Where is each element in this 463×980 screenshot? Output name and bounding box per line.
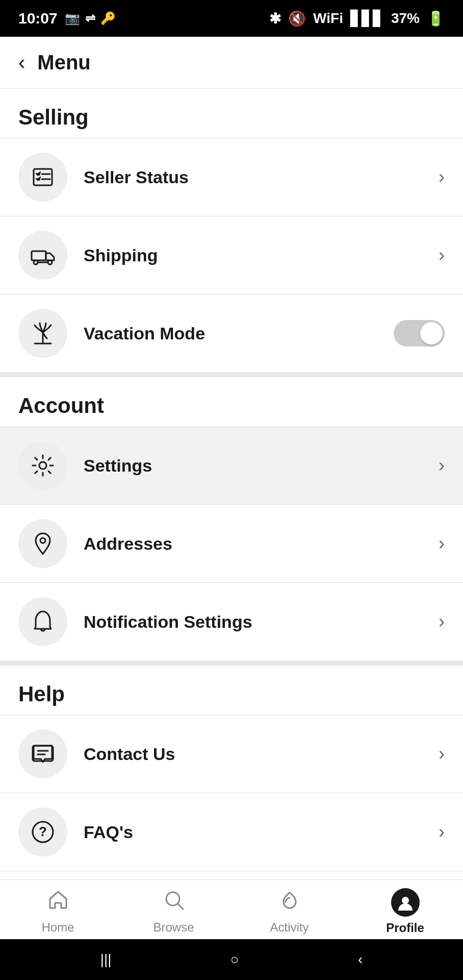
svg-line-19 — [178, 904, 183, 909]
seller-status-icon-wrap — [18, 153, 67, 202]
battery-icon: 🔋 — [427, 10, 445, 27]
android-nav-bar: ||| ○ ‹ — [0, 939, 463, 980]
menu-item-contact-us[interactable]: Contact Us › — [0, 715, 463, 793]
menu-item-shipping[interactable]: Shipping › — [0, 216, 463, 294]
profile-label: Profile — [386, 921, 424, 935]
section-divider-account — [0, 372, 463, 377]
toggle-knob — [420, 322, 443, 345]
faqs-label: FAQ's — [84, 822, 439, 842]
seller-status-label: Seller Status — [84, 167, 439, 187]
svg-point-7 — [48, 260, 52, 264]
contact-us-icon-wrap — [18, 729, 67, 778]
faqs-chevron: › — [439, 821, 445, 843]
svg-point-12 — [40, 538, 45, 543]
section-account-label: Account — [0, 377, 463, 426]
status-right: ✱ 🔇 WiFi ▋▋▋ 37% 🔋 — [269, 10, 445, 27]
status-time: 10:07 — [18, 10, 58, 27]
vacation-mode-label: Vacation Mode — [84, 324, 394, 344]
nav-item-browse[interactable]: Browse — [116, 889, 232, 935]
bottom-nav: Home Browse Activity — [0, 879, 463, 980]
page-title: Menu — [37, 51, 90, 74]
menu-item-seller-status[interactable]: Seller Status › — [0, 138, 463, 216]
shipping-chevron: › — [439, 244, 445, 266]
signal-icon: ▋▋▋ — [350, 10, 384, 27]
nav-item-profile[interactable]: Profile — [347, 888, 463, 935]
status-bar: 10:07 📷 ⇌ 🔑 ✱ 🔇 WiFi ▋▋▋ 37% 🔋 — [0, 0, 463, 37]
status-left: 10:07 📷 ⇌ 🔑 — [18, 10, 116, 27]
settings-chevron: › — [439, 455, 445, 476]
header: ‹ Menu — [0, 37, 463, 89]
addresses-chevron: › — [439, 533, 445, 554]
svg-text:?: ? — [39, 824, 47, 839]
contact-us-label: Contact Us — [84, 744, 439, 764]
home-label: Home — [41, 920, 74, 935]
camera-icon: 📷 — [65, 11, 80, 26]
key-icon: 🔑 — [100, 11, 116, 26]
nav-items: Home Browse Activity — [0, 880, 463, 939]
battery-text: 37% — [391, 10, 420, 27]
shipping-icon — [31, 243, 55, 267]
activity-icon — [278, 889, 301, 916]
menu-item-settings[interactable]: Settings › — [0, 427, 463, 504]
section-divider-help — [0, 660, 463, 666]
notification-settings-chevron: › — [439, 611, 445, 632]
contact-us-icon — [31, 742, 55, 766]
svg-rect-5 — [32, 251, 46, 260]
android-home-btn[interactable]: ○ — [230, 951, 239, 968]
bluetooth-icon: ✱ — [269, 10, 281, 27]
settings-icon-wrap — [18, 441, 67, 490]
vacation-mode-toggle[interactable] — [394, 320, 445, 347]
vacation-mode-icon — [31, 321, 55, 346]
section-help-label: Help — [0, 666, 463, 715]
back-button[interactable]: ‹ — [18, 51, 25, 74]
shipping-label: Shipping — [84, 246, 439, 265]
svg-point-11 — [39, 462, 46, 469]
addresses-label: Addresses — [84, 534, 439, 554]
status-icons: 📷 ⇌ 🔑 — [65, 11, 116, 26]
seller-status-chevron: › — [439, 166, 445, 188]
contact-us-chevron: › — [439, 743, 445, 765]
wifi-icon: WiFi — [313, 10, 343, 27]
svg-point-20 — [402, 897, 409, 904]
menu-item-notification-settings[interactable]: Notification Settings › — [0, 583, 463, 660]
seller-status-icon — [31, 165, 55, 189]
menu-item-faqs[interactable]: ? FAQ's › — [0, 793, 463, 871]
addresses-icon-wrap — [18, 519, 67, 568]
nav-item-home[interactable]: Home — [0, 889, 116, 935]
svg-rect-0 — [34, 169, 52, 185]
android-menu-btn[interactable]: ||| — [100, 951, 112, 968]
mute-icon: 🔇 — [288, 10, 306, 27]
vacation-mode-icon-wrap — [18, 309, 67, 358]
notification-settings-label: Notification Settings — [84, 612, 439, 632]
menu-item-addresses[interactable]: Addresses › — [0, 505, 463, 582]
faqs-icon: ? — [31, 820, 55, 844]
nfc-icon: ⇌ — [85, 11, 95, 26]
menu-item-vacation-mode[interactable]: Vacation Mode — [0, 295, 463, 372]
shipping-icon-wrap — [18, 231, 67, 280]
activity-label: Activity — [270, 920, 308, 935]
notification-settings-icon-wrap — [18, 597, 67, 646]
android-back-btn[interactable]: ‹ — [358, 951, 363, 968]
home-icon — [47, 889, 69, 916]
nav-item-activity[interactable]: Activity — [232, 889, 347, 935]
settings-icon — [31, 453, 55, 478]
svg-point-6 — [34, 260, 38, 264]
profile-avatar — [391, 888, 420, 917]
browse-label: Browse — [153, 920, 194, 935]
settings-label: Settings — [84, 456, 439, 476]
faqs-icon-wrap: ? — [18, 807, 67, 856]
section-selling-label: Selling — [0, 89, 463, 138]
addresses-icon — [31, 531, 55, 556]
notification-settings-icon — [31, 609, 55, 634]
browse-icon — [163, 889, 185, 916]
